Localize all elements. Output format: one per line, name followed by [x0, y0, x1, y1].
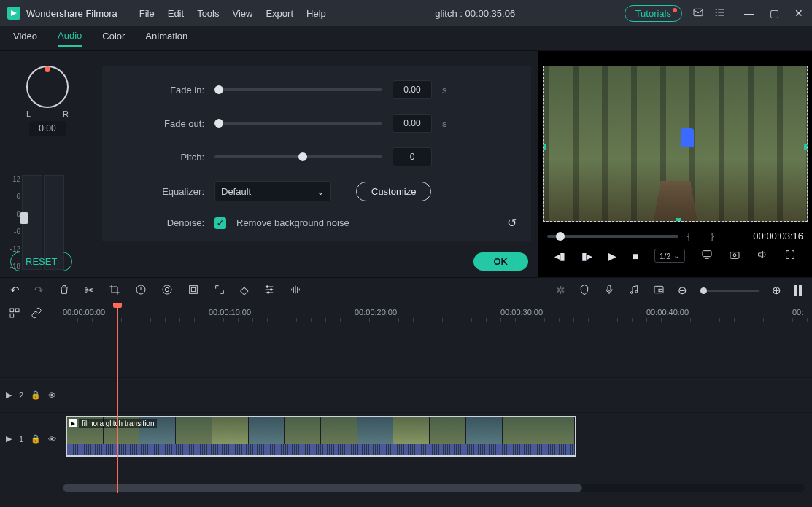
zoom-slider[interactable] — [700, 290, 759, 292]
equalizer-select[interactable]: Default⌄ — [214, 181, 331, 201]
lock-icon[interactable]: 🔒 — [31, 390, 41, 400]
tutorials-button[interactable]: Tutorials — [625, 5, 682, 22]
eye-icon[interactable]: 👁 — [48, 391, 56, 400]
adjust-icon[interactable] — [263, 284, 275, 298]
tab-color[interactable]: Color — [102, 31, 125, 46]
timeline-scrollbar[interactable] — [63, 484, 805, 492]
track-video-1[interactable]: ▶1 🔒 👁 ▶ filmora glitch transition — [0, 413, 812, 465]
svg-point-5 — [716, 12, 716, 12]
maximize-button[interactable]: ▢ — [768, 7, 780, 19]
marker-icon[interactable] — [579, 284, 590, 298]
svg-point-12 — [163, 285, 171, 294]
audio-form: Fade in: s Fade out: s Pitch: Equalizer:… — [102, 66, 531, 241]
denoise-label: Denoise: — [117, 217, 204, 228]
denoise-check-label: Remove background noise — [236, 217, 349, 228]
track-overlay[interactable] — [0, 325, 812, 378]
tab-audio[interactable]: Audio — [58, 30, 82, 47]
svg-point-6 — [716, 15, 716, 15]
app-logo — [7, 7, 20, 20]
pan-value: 0.00 — [29, 121, 66, 136]
minimize-button[interactable]: — — [743, 7, 755, 19]
ok-button[interactable]: OK — [473, 252, 529, 271]
tab-video[interactable]: Video — [13, 31, 37, 46]
list-icon[interactable] — [714, 7, 726, 20]
fullscreen-icon[interactable] — [784, 249, 796, 263]
clip-play-icon: ▶ — [69, 419, 77, 427]
pitch-slider[interactable] — [214, 155, 382, 158]
preview-time: 00:00:03:16 — [753, 231, 803, 241]
pip-icon[interactable] — [653, 284, 665, 298]
volume-icon[interactable] — [757, 249, 768, 263]
track-manage-icon[interactable] — [9, 307, 20, 321]
zoom-out-icon[interactable]: ⊖ — [678, 284, 687, 297]
snapshot-icon[interactable] — [729, 249, 741, 263]
menu-file[interactable]: File — [139, 8, 155, 19]
zoom-in-icon[interactable]: ⊕ — [772, 284, 781, 297]
audio-wave-icon[interactable] — [290, 284, 301, 298]
svg-rect-7 — [703, 251, 711, 257]
voiceover-icon[interactable] — [603, 284, 615, 298]
fade-in-value[interactable] — [393, 80, 432, 99]
customize-button[interactable]: Customize — [356, 182, 431, 201]
track-video-2[interactable]: ▶2 🔒 👁 — [0, 378, 812, 413]
pan-left-label: L — [26, 109, 31, 118]
lock-icon[interactable]: 🔒 — [31, 434, 41, 444]
color-icon[interactable] — [161, 284, 173, 298]
next-frame-button[interactable]: ▮▸ — [581, 250, 592, 262]
play-button[interactable]: ▶ — [608, 250, 616, 262]
split-icon[interactable]: ✂ — [85, 284, 94, 297]
playhead[interactable] — [117, 303, 118, 493]
menu-view[interactable]: View — [232, 8, 252, 19]
svg-point-4 — [716, 9, 716, 9]
eye-icon[interactable]: 👁 — [48, 435, 56, 444]
svg-rect-31 — [659, 289, 662, 291]
range-brackets[interactable]: { } — [687, 231, 722, 241]
mail-icon[interactable] — [692, 7, 704, 20]
undo-icon[interactable]: ↶ — [10, 284, 20, 297]
svg-point-29 — [635, 290, 638, 293]
delete-icon[interactable] — [58, 284, 70, 298]
video-clip[interactable]: ▶ filmora glitch transition — [66, 416, 576, 457]
render-icon[interactable]: ✲ — [556, 284, 565, 297]
track-video-icon: ▶ — [6, 390, 12, 400]
speed-icon[interactable] — [135, 284, 147, 298]
denoise-checkbox[interactable]: ✓ — [214, 217, 226, 229]
pitch-value[interactable] — [393, 147, 432, 166]
reset-button[interactable]: RESET — [10, 252, 72, 271]
audio-panel: LR 0.00 12 6 0 -6 -12 -18 Fade in: s — [0, 51, 538, 277]
menu-edit[interactable]: Edit — [168, 8, 184, 19]
titlebar: Wondershare Filmora File Edit Tools View… — [0, 0, 812, 26]
panel-tabs: Video Audio Color Animation — [0, 26, 812, 51]
svg-rect-15 — [191, 287, 195, 291]
link-icon[interactable] — [31, 307, 42, 321]
pan-knob[interactable] — [26, 66, 69, 108]
tab-animation[interactable]: Animation — [145, 31, 187, 46]
expand-icon[interactable] — [214, 284, 225, 298]
display-icon[interactable] — [701, 249, 713, 263]
fade-out-slider[interactable] — [214, 122, 382, 125]
project-title: glitch : 00:00:35:06 — [326, 8, 625, 19]
time-ruler[interactable]: 00:00:00:00 00:00:10:00 00:00:20:00 00:0… — [63, 303, 812, 325]
crop-icon[interactable] — [109, 284, 120, 298]
keyframe-icon[interactable]: ◇ — [240, 284, 249, 297]
svg-rect-33 — [15, 309, 19, 312]
preview-viewport[interactable] — [543, 66, 808, 222]
menu-export[interactable]: Export — [266, 8, 293, 19]
svg-point-19 — [266, 285, 268, 287]
fade-out-value[interactable] — [393, 114, 432, 133]
preview-scrubber[interactable] — [547, 235, 678, 238]
fade-in-slider[interactable] — [214, 88, 382, 91]
svg-rect-32 — [10, 309, 14, 312]
close-button[interactable]: ✕ — [793, 7, 805, 19]
redo-icon[interactable]: ↷ — [34, 284, 44, 297]
menu-tools[interactable]: Tools — [197, 8, 219, 19]
zoom-fit-icon[interactable] — [794, 285, 802, 296]
stop-button[interactable]: ■ — [633, 250, 638, 262]
main-menu: File Edit Tools View Export Help — [139, 8, 326, 19]
menu-help[interactable]: Help — [306, 8, 326, 19]
speed-select[interactable]: 1/2⌄ — [654, 249, 685, 263]
denoise-reset-icon[interactable]: ↺ — [507, 216, 517, 230]
prev-frame-button[interactable]: ◂▮ — [554, 250, 565, 262]
green-screen-icon[interactable] — [187, 284, 199, 298]
mixer-icon[interactable] — [628, 284, 640, 298]
